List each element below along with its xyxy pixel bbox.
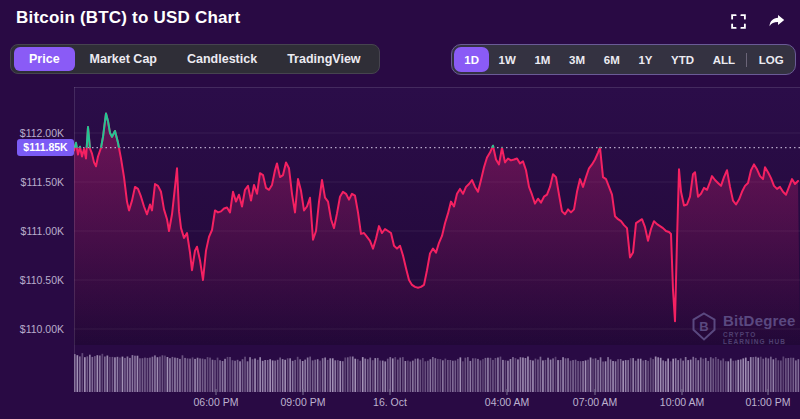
current-price-badge: $111.85K: [17, 139, 74, 156]
x-axis-label: 06:00 PM: [184, 396, 248, 408]
bitdegree-watermark: B BitDegree CRYPTO LEARNING HUB: [692, 312, 800, 345]
y-axis-label: $111.00K: [0, 225, 64, 237]
svg-text:B: B: [699, 319, 708, 334]
price-chart: $112.00K $111.50K $111.00K $110.50K $110…: [0, 0, 800, 419]
y-axis-label: $110.50K: [0, 274, 64, 286]
watermark-name: BitDegree: [723, 312, 800, 329]
y-axis-label: $110.00K: [0, 323, 64, 335]
x-axis-label: 07:00 AM: [563, 396, 627, 408]
x-axis-label: 01:00 PM: [736, 396, 800, 408]
price-chart-canvas[interactable]: [0, 0, 800, 419]
y-axis-label: $111.50K: [0, 176, 64, 188]
watermark-tagline: CRYPTO LEARNING HUB: [723, 331, 800, 345]
btc-usd-chart-widget: Bitcoin (BTC) to USD Chart Price Market …: [0, 0, 800, 419]
x-axis-label: 09:00 PM: [271, 396, 335, 408]
x-axis-label: 16. Oct: [358, 396, 422, 408]
x-axis-label: 04:00 AM: [475, 396, 539, 408]
bitdegree-shield-icon: B: [692, 312, 716, 345]
x-axis-label: 10:00 AM: [650, 396, 714, 408]
y-axis-label: $112.00K: [0, 127, 64, 139]
